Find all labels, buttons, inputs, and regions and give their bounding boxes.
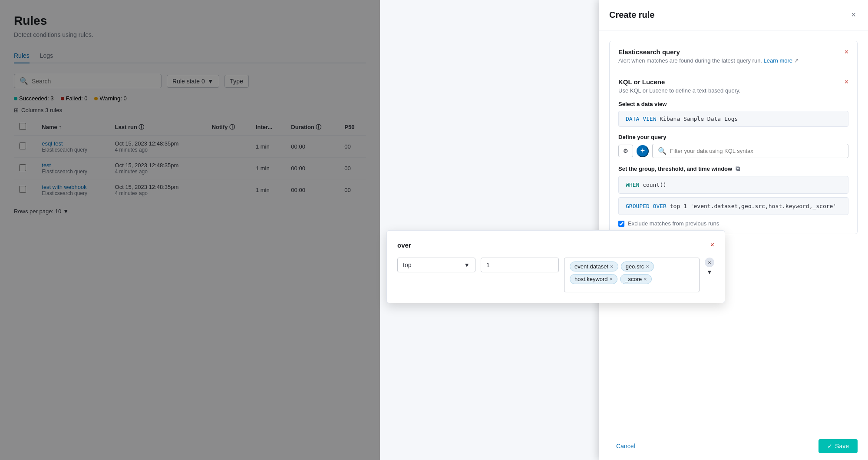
failed-dot bbox=[61, 97, 64, 100]
tag-geo-src-remove[interactable]: × bbox=[646, 264, 649, 269]
when-code-block: WHEN count() bbox=[618, 176, 848, 194]
kql-section-subtitle: Use KQL or Lucene to define a text-based… bbox=[618, 87, 740, 94]
number-input[interactable] bbox=[481, 258, 559, 272]
learn-more-link[interactable]: Learn more bbox=[764, 57, 792, 64]
tag-score-remove[interactable]: × bbox=[644, 276, 647, 282]
tab-rules[interactable]: Rules bbox=[14, 49, 30, 63]
top-select-wrapper: top ▼ bbox=[397, 258, 475, 272]
chevron-down-icon: ▼ bbox=[464, 261, 470, 268]
panel-title: Create rule bbox=[609, 10, 655, 20]
tag-host-keyword-remove[interactable]: × bbox=[610, 276, 613, 282]
failed-label: Failed: 0 bbox=[66, 95, 88, 102]
tabs: Rules Logs bbox=[14, 49, 366, 63]
table-row: test with webhook Elasticsearch query Oc… bbox=[14, 179, 366, 201]
filter-icon: ⚙ bbox=[623, 148, 628, 154]
rule-name-1[interactable]: esql test bbox=[42, 140, 104, 147]
exclude-matches-checkbox[interactable] bbox=[618, 221, 624, 227]
lastrun-ago-3: 4 minutes ago bbox=[115, 190, 201, 196]
rows-per-page-label: Rows per page: 10 bbox=[14, 208, 61, 215]
p50-3: 00 bbox=[339, 179, 366, 201]
data-view-text: Kibana Sample Data Logs bbox=[660, 116, 738, 122]
kql-input-field[interactable] bbox=[670, 148, 843, 154]
chevron-down-icon: ▼ bbox=[208, 78, 214, 85]
type-filter[interactable]: Type bbox=[224, 75, 249, 88]
rule-name-3[interactable]: test with webhook bbox=[42, 184, 104, 190]
elasticsearch-section-header: Elasticsearch query Alert when matches a… bbox=[610, 41, 857, 71]
tag-event-dataset: event.dataset × bbox=[570, 261, 618, 271]
table-row: esql test Elasticsearch query Oct 15, 20… bbox=[14, 136, 366, 158]
row-checkbox-1[interactable] bbox=[19, 142, 26, 149]
lastrun-ago-2: 4 minutes ago bbox=[115, 169, 201, 175]
lastrun-time-3: Oct 15, 2023 12:48:35pm bbox=[115, 184, 201, 190]
rule-state-filter[interactable]: Rule state 0 ▼ bbox=[167, 75, 219, 88]
search-input[interactable] bbox=[32, 78, 156, 85]
elasticsearch-section: Elasticsearch query Alert when matches a… bbox=[609, 41, 858, 234]
kql-section-close-button[interactable]: × bbox=[845, 78, 848, 86]
elasticsearch-section-close-button[interactable]: × bbox=[845, 48, 848, 56]
rule-name-2[interactable]: test bbox=[42, 162, 104, 169]
lastrun-time-2: Oct 15, 2023 12:48:35pm bbox=[115, 162, 201, 169]
columns-info: ⊞ Columns 3 rules bbox=[14, 107, 366, 113]
col-lastrun: Last run ⓘ bbox=[110, 119, 207, 136]
col-p50: P50 bbox=[339, 119, 366, 136]
search-icon: 🔍 bbox=[20, 77, 28, 85]
grouped-code-block[interactable]: GROUPED OVER top 1 'event.dataset,geo.sr… bbox=[618, 197, 848, 215]
rows-per-page[interactable]: Rows per page: 10 ▼ bbox=[14, 208, 366, 215]
filter-label: Rule state 0 bbox=[172, 78, 205, 85]
exclude-matches-row: Exclude matches from previous runs bbox=[618, 220, 848, 227]
popover-body: top ▼ event.dataset × geo.src × host.key… bbox=[397, 258, 714, 292]
select-all-checkbox[interactable] bbox=[19, 123, 26, 130]
background-page: Rules Detect conditions using rules. Rul… bbox=[0, 0, 380, 460]
col-notify: Notify ⓘ bbox=[207, 119, 251, 136]
warning-label: Warning: 0 bbox=[99, 95, 126, 102]
panel-close-button[interactable]: × bbox=[849, 9, 858, 21]
data-view-value[interactable]: DATA VIEW Kibana Sample Data Logs bbox=[618, 111, 848, 127]
duration-1: 00:00 bbox=[286, 136, 339, 158]
copy-icon[interactable]: ⧉ bbox=[736, 165, 740, 172]
col-interval: Inter... bbox=[251, 119, 286, 136]
duration-2: 00:00 bbox=[286, 158, 339, 179]
rule-type-2: Elasticsearch query bbox=[42, 169, 104, 175]
search-box[interactable]: 🔍 bbox=[14, 74, 162, 88]
duration-3: 00:00 bbox=[286, 179, 339, 201]
expand-tags-button[interactable]: ▼ bbox=[707, 269, 713, 275]
save-button[interactable]: ✓ Save bbox=[818, 439, 858, 453]
data-view-keyword: DATA VIEW bbox=[626, 116, 656, 122]
tag-host-keyword: host.keyword × bbox=[570, 274, 617, 284]
tag-event-dataset-remove[interactable]: × bbox=[610, 264, 614, 269]
exclude-matches-label: Exclude matches from previous runs bbox=[628, 220, 719, 227]
data-view-label: Select a data view bbox=[618, 101, 848, 107]
tag-label: host.keyword bbox=[574, 276, 608, 282]
when-value: count() bbox=[643, 182, 667, 188]
columns-icon: ⊞ bbox=[14, 107, 19, 113]
add-filter-button[interactable]: + bbox=[637, 145, 649, 157]
tab-logs[interactable]: Logs bbox=[40, 49, 53, 63]
tag-label: _score bbox=[625, 276, 642, 282]
grouped-value: top 1 'event.dataset,geo.src,host.keywor… bbox=[670, 203, 837, 209]
cancel-button[interactable]: Cancel bbox=[609, 439, 642, 453]
tag-label: event.dataset bbox=[574, 263, 608, 270]
data-view-container: Select a data view DATA VIEW Kibana Samp… bbox=[618, 101, 848, 127]
filter-options-button[interactable]: ⚙ bbox=[618, 145, 633, 157]
kql-filter-input[interactable]: 🔍 bbox=[652, 144, 848, 158]
p50-2: 00 bbox=[339, 158, 366, 179]
when-keyword: WHEN bbox=[626, 182, 639, 188]
threshold-title: Set the group, threshold, and time windo… bbox=[618, 165, 848, 172]
col-name: Name ↑ bbox=[36, 119, 109, 136]
row-checkbox-3[interactable] bbox=[19, 186, 26, 193]
popover-close-button[interactable]: × bbox=[710, 241, 714, 249]
row-checkbox-2[interactable] bbox=[19, 164, 26, 171]
interval-1: 1 min bbox=[251, 136, 286, 158]
threshold-section: Set the group, threshold, and time windo… bbox=[618, 165, 848, 227]
kql-section-title: KQL or Lucene bbox=[618, 78, 740, 86]
query-toolbar: ⚙ + 🔍 bbox=[618, 144, 848, 158]
col-duration: Duration ⓘ bbox=[286, 119, 339, 136]
top-select[interactable]: top ▼ bbox=[397, 258, 475, 272]
rules-table: Name ↑ Last run ⓘ Notify ⓘ Inter... Dura… bbox=[14, 119, 366, 201]
interval-2: 1 min bbox=[251, 158, 286, 179]
tags-container: event.dataset × geo.src × host.keyword ×… bbox=[564, 258, 700, 292]
tag-label: geo.src bbox=[626, 263, 644, 270]
succeeded-dot bbox=[14, 97, 17, 100]
clear-tags-button[interactable]: × bbox=[705, 258, 714, 267]
search-icon: 🔍 bbox=[658, 147, 667, 155]
